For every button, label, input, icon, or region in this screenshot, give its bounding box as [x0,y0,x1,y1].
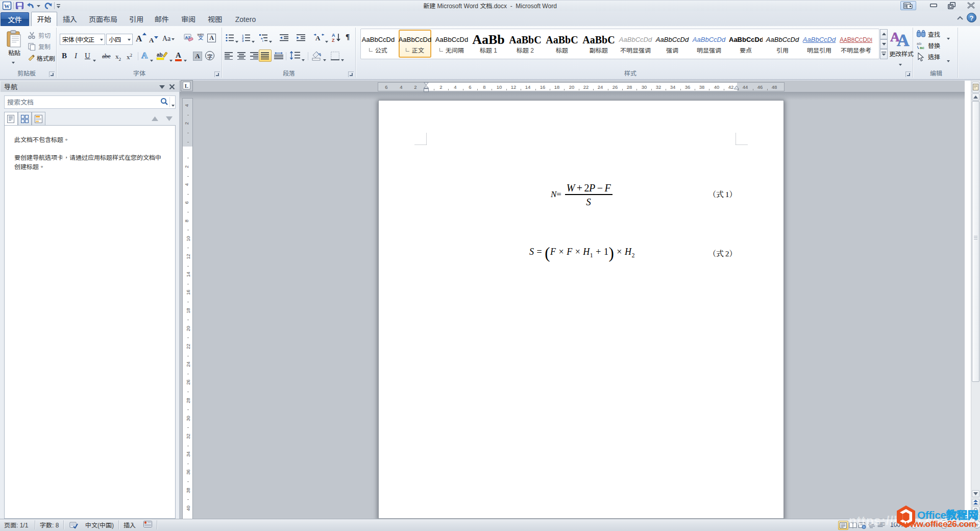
svg-text:A: A [315,34,321,42]
svg-text:ac: ac [920,45,924,50]
svg-text:A: A [332,33,335,38]
svg-text:i: i [262,39,263,42]
svg-text:ab: ab [157,52,163,58]
svg-text:3: 3 [242,39,244,42]
svg-text:Z: Z [332,38,335,42]
svg-text:W: W [4,3,10,9]
